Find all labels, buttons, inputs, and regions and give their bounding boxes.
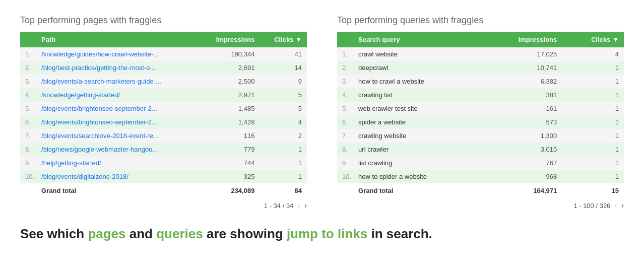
left-row-clicks: 2 bbox=[260, 129, 307, 143]
right-table-row: 1. crawl website 17,025 4 bbox=[337, 47, 624, 61]
left-row-path[interactable]: /blog/events/brightonseo-september-2... bbox=[36, 102, 199, 115]
right-table-row: 5. web crawler test site 161 1 bbox=[337, 102, 624, 115]
left-row-num: 7. bbox=[20, 129, 36, 143]
left-table-row: 6. /blog/events/brightonseo-september-2.… bbox=[20, 115, 307, 129]
left-row-impressions: 190,344 bbox=[199, 47, 260, 61]
left-row-path[interactable]: /blog/events/brightonseo-september-2... bbox=[36, 115, 199, 129]
right-col-impressions-header[interactable]: Impressions bbox=[482, 32, 562, 47]
right-row-clicks: 1 bbox=[562, 88, 624, 102]
left-row-clicks: 4 bbox=[260, 115, 307, 129]
left-row-num: 6. bbox=[20, 115, 36, 129]
right-row-impressions: 381 bbox=[482, 88, 562, 102]
left-table-row: 7. /blog/events/searchlove-2018-event-re… bbox=[20, 129, 307, 143]
left-row-path[interactable]: /blog/events/a-search-marketers-guide-..… bbox=[36, 75, 199, 88]
left-row-path[interactable]: /knowledge/guides/how-crawl-website-... bbox=[36, 47, 199, 61]
left-row-impressions: 744 bbox=[199, 156, 260, 170]
left-table-row: 3. /blog/events/a-search-marketers-guide… bbox=[20, 75, 307, 88]
left-row-num: 10. bbox=[20, 170, 36, 183]
right-footer-impressions: 164,971 bbox=[482, 183, 562, 198]
left-row-path[interactable]: /blog/events/digitalzone-2018/ bbox=[36, 170, 199, 183]
right-row-num: 3. bbox=[337, 75, 353, 88]
right-row-num: 5. bbox=[337, 102, 353, 115]
right-row-query: deepcrawl bbox=[353, 61, 482, 75]
left-table-row: 9. /help/getting-started/ 744 1 bbox=[20, 156, 307, 170]
left-row-path[interactable]: /blog/best-practice/getting-the-most-o..… bbox=[36, 61, 199, 75]
left-row-num: 4. bbox=[20, 88, 36, 102]
right-row-query: crawling list bbox=[353, 88, 482, 102]
bottom-word2: queries bbox=[156, 226, 203, 241]
left-footer-impressions: 234,089 bbox=[199, 183, 260, 198]
right-table-row: 8. url crawler 3,015 1 bbox=[337, 143, 624, 156]
left-next-arrow[interactable]: › bbox=[304, 201, 307, 210]
right-row-query: spider a website bbox=[353, 115, 482, 129]
right-row-impressions: 968 bbox=[482, 170, 562, 183]
left-table-row: 1. /knowledge/guides/how-crawl-website-.… bbox=[20, 47, 307, 61]
right-row-num: 1. bbox=[337, 47, 353, 61]
right-footer-label: Grand total bbox=[353, 183, 482, 198]
right-row-query: how to crawl a website bbox=[353, 75, 482, 88]
left-row-impressions: 779 bbox=[199, 143, 260, 156]
right-row-num: 4. bbox=[337, 88, 353, 102]
tables-container: Top performing pages with fraggles Path … bbox=[20, 15, 624, 210]
left-row-impressions: 2,971 bbox=[199, 88, 260, 102]
left-col-path-header[interactable]: Path bbox=[36, 32, 199, 47]
right-col-clicks-header[interactable]: Clicks ▼ bbox=[562, 32, 624, 47]
right-table-row: 9. list crawling 767 1 bbox=[337, 156, 624, 170]
left-row-path[interactable]: /blog/news/google-webmaster-hangou... bbox=[36, 143, 199, 156]
right-row-clicks: 1 bbox=[562, 102, 624, 115]
right-row-query: web crawler test site bbox=[353, 102, 482, 115]
bottom-part2: and bbox=[126, 226, 157, 241]
right-row-clicks: 1 bbox=[562, 170, 624, 183]
bottom-word3: jump to links bbox=[287, 226, 367, 241]
right-row-query: how to spider a website bbox=[353, 170, 482, 183]
right-row-query: crawl website bbox=[353, 47, 482, 61]
right-row-query: list crawling bbox=[353, 156, 482, 170]
left-row-impressions: 325 bbox=[199, 170, 260, 183]
bottom-part1: See which bbox=[20, 226, 88, 241]
left-footer-clicks: 84 bbox=[260, 183, 307, 198]
left-col-clicks-header[interactable]: Clicks ▼ bbox=[260, 32, 307, 47]
left-col-impressions-header[interactable]: Impressions bbox=[199, 32, 260, 47]
left-table-row: 2. /blog/best-practice/getting-the-most-… bbox=[20, 61, 307, 75]
left-col-num-header bbox=[20, 32, 36, 47]
right-row-clicks: 1 bbox=[562, 156, 624, 170]
right-table-row: 3. how to crawl a website 6,382 1 bbox=[337, 75, 624, 88]
right-row-clicks: 4 bbox=[562, 47, 624, 61]
right-pagination: 1 - 100 / 326 ‹ › bbox=[337, 201, 624, 210]
left-row-clicks: 1 bbox=[260, 170, 307, 183]
right-row-clicks: 1 bbox=[562, 75, 624, 88]
right-row-impressions: 6,382 bbox=[482, 75, 562, 88]
right-row-impressions: 767 bbox=[482, 156, 562, 170]
right-next-arrow[interactable]: › bbox=[621, 201, 624, 210]
right-table-row: 4. crawling list 381 1 bbox=[337, 88, 624, 102]
bottom-word1: pages bbox=[88, 226, 125, 241]
left-row-path[interactable]: /knowledge/getting-started/ bbox=[36, 88, 199, 102]
left-row-clicks: 5 bbox=[260, 102, 307, 115]
right-row-num: 8. bbox=[337, 143, 353, 156]
left-row-num: 8. bbox=[20, 143, 36, 156]
left-table-row: 10. /blog/events/digitalzone-2018/ 325 1 bbox=[20, 170, 307, 183]
right-footer-empty bbox=[337, 183, 353, 198]
left-prev-arrow[interactable]: ‹ bbox=[297, 201, 300, 210]
right-row-impressions: 3,015 bbox=[482, 143, 562, 156]
left-row-impressions: 1,428 bbox=[199, 115, 260, 129]
right-table-row: 6. spider a website 573 1 bbox=[337, 115, 624, 129]
right-col-query-header[interactable]: Search query bbox=[353, 32, 482, 47]
right-row-clicks: 1 bbox=[562, 115, 624, 129]
left-row-clicks: 1 bbox=[260, 156, 307, 170]
left-row-impressions: 2,500 bbox=[199, 75, 260, 88]
left-row-path[interactable]: /help/getting-started/ bbox=[36, 156, 199, 170]
right-prev-arrow[interactable]: ‹ bbox=[614, 201, 617, 210]
left-table: Path Impressions Clicks ▼ 1. /knowledge/… bbox=[20, 32, 307, 198]
bottom-text: See which pages and queries are showing … bbox=[20, 226, 624, 242]
left-row-num: 2. bbox=[20, 61, 36, 75]
left-row-clicks: 14 bbox=[260, 61, 307, 75]
left-row-path[interactable]: /blog/events/searchlove-2018-event-re... bbox=[36, 129, 199, 143]
left-row-num: 3. bbox=[20, 75, 36, 88]
left-pagination-label: 1 - 34 / 34 bbox=[264, 202, 294, 210]
right-row-impressions: 17,025 bbox=[482, 47, 562, 61]
left-row-impressions: 116 bbox=[199, 129, 260, 143]
bottom-part3: are showing bbox=[203, 226, 287, 241]
right-row-impressions: 10,741 bbox=[482, 61, 562, 75]
right-row-num: 2. bbox=[337, 61, 353, 75]
